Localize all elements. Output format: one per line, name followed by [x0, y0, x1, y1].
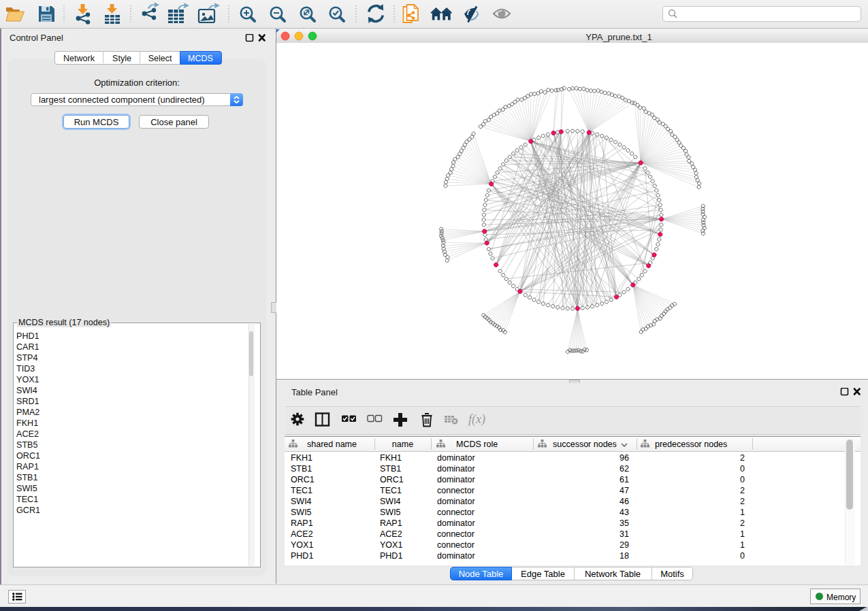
- svg-text:f(x): f(x): [468, 412, 485, 427]
